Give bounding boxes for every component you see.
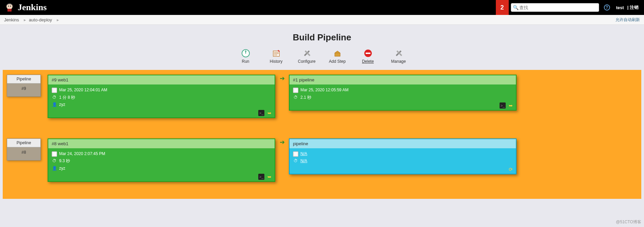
na-link[interactable]: N/A [300, 157, 307, 165]
breadcrumb-item[interactable]: Jenkins [4, 17, 19, 22]
user-icon: 👤 [52, 166, 57, 171]
page-title: Build Pipeline [0, 32, 644, 43]
svg-point-3 [10, 6, 11, 7]
pipeline-row: Pipeline #9 #9 web1 ▦Mar 25, 2020 12:04:… [7, 75, 637, 118]
manage-button[interactable]: Manage [388, 49, 409, 64]
svg-rect-1 [7, 9, 12, 12]
arrow-right-icon: ➔ [280, 75, 285, 82]
manage-icon [394, 49, 403, 58]
stage-title: pipeline [290, 139, 516, 148]
rerun-icon[interactable]: ➥ [508, 102, 514, 109]
console-icon[interactable]: >_ [258, 174, 264, 180]
user-icon: 👤 [52, 102, 57, 108]
user-link[interactable]: test [616, 5, 624, 10]
stage-title: #1 pipeline [290, 75, 516, 84]
console-icon[interactable]: >_ [500, 102, 506, 109]
pipeline-toolbar: Run History Configure Add Step Delete Ma… [0, 49, 644, 64]
clock-icon: ⏱ [293, 158, 298, 164]
pipeline-label-num: #9 [7, 83, 40, 96]
rerun-icon[interactable]: ➥ [266, 110, 273, 116]
rerun-icon[interactable]: ➥ [266, 174, 273, 180]
add-step-icon [333, 49, 342, 58]
pipeline-label-top: Pipeline [7, 75, 40, 83]
stage-body: ▦Mar 25, 2020 12:05:59 AM ⏱2.1 秒 [290, 84, 516, 110]
notification-badge[interactable]: 2 [496, 0, 509, 15]
pipeline-label[interactable]: Pipeline #9 [7, 75, 41, 97]
clock-icon: ⏱ [52, 158, 57, 164]
stage-card[interactable]: #1 pipeline ▦Mar 25, 2020 12:05:59 AM ⏱2… [289, 75, 517, 111]
console-icon[interactable]: >_ [258, 110, 264, 116]
na-link[interactable]: N/A [300, 150, 307, 158]
stage-body: ▦N/A ⏱N/A [290, 148, 516, 174]
stage-arrow: ➔ [275, 75, 289, 82]
chevron-right-icon: ▸ [24, 17, 26, 22]
pipeline-label[interactable]: Pipeline #8 [7, 138, 41, 160]
search-wrap: 🔍 [511, 3, 599, 12]
spinner-icon[interactable]: ⟳ [508, 166, 514, 172]
brand-name: Jenkins [18, 2, 47, 13]
stage-card[interactable]: #9 web1 ▦Mar 25, 2020 12:04:01 AM ⏱1 分 8… [48, 75, 275, 118]
jenkins-logo-icon [4, 2, 15, 13]
clock-icon: ⏱ [293, 95, 298, 100]
calendar-icon: ▦ [293, 88, 298, 93]
configure-icon [302, 49, 311, 58]
stage-title: #8 web1 [48, 139, 275, 148]
arrow-right-icon: ➔ [280, 138, 285, 146]
pipeline-label-num: #8 [7, 147, 40, 160]
svg-point-2 [8, 6, 9, 7]
svg-rect-7 [366, 53, 370, 54]
clock-icon: ⏱ [52, 95, 57, 100]
chevron-right-icon: ▸ [57, 17, 59, 22]
stage-card[interactable]: #8 web1 ▦Mar 24, 2020 2:07:45 PM ⏱9.3 秒 … [48, 138, 275, 182]
run-icon [241, 49, 250, 58]
pipeline-grid: Pipeline #9 #9 web1 ▦Mar 25, 2020 12:04:… [3, 70, 641, 199]
history-icon [272, 49, 281, 58]
stage-body: ▦Mar 25, 2020 12:04:01 AM ⏱1 分 8 秒 👤zyz [48, 84, 275, 117]
configure-button[interactable]: Configure [297, 49, 317, 64]
delete-button[interactable]: Delete [358, 49, 378, 64]
stage-title: #9 web1 [48, 75, 275, 84]
calendar-icon: ▦ [52, 151, 57, 157]
help-icon[interactable]: ? [604, 4, 610, 11]
pipeline-label-top: Pipeline [7, 139, 40, 147]
calendar-icon: ▦ [52, 88, 57, 93]
logout-link[interactable]: | 注销 [627, 4, 639, 11]
breadcrumb: Jenkins ▸ auto-deploy ▸ 允许自动刷新 [0, 15, 644, 25]
stage-card[interactable]: pipeline ▦N/A ⏱N/A ⟳ [289, 138, 517, 174]
add-step-button[interactable]: Add Step [327, 49, 348, 64]
run-button[interactable]: Run [236, 49, 256, 64]
logo[interactable]: Jenkins [0, 2, 47, 13]
stage-arrow: ➔ [275, 138, 289, 146]
auto-refresh-link[interactable]: 允许自动刷新 [615, 17, 640, 23]
pipeline-row: Pipeline #8 #8 web1 ▦Mar 24, 2020 2:07:4… [7, 138, 637, 182]
calendar-icon: ▦ [293, 151, 298, 157]
history-button[interactable]: History [266, 49, 286, 64]
search-input[interactable] [511, 3, 599, 12]
stage-body: ▦Mar 24, 2020 2:07:45 PM ⏱9.3 秒 👤zyz [48, 148, 275, 181]
top-header: Jenkins 2 🔍 ? test | 注销 [0, 0, 644, 15]
breadcrumb-item[interactable]: auto-deploy [29, 17, 52, 22]
delete-icon [364, 49, 372, 58]
